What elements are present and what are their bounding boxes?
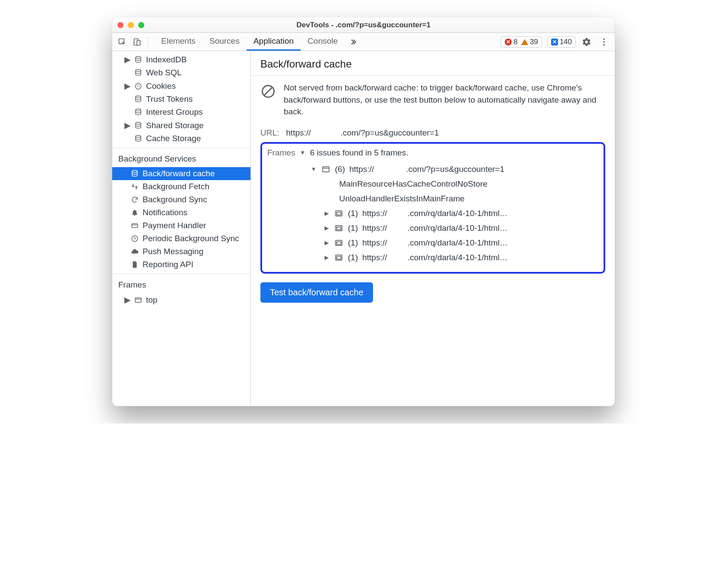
sidebar-item-periodic-background-sync[interactable]: Periodic Background Sync (112, 232, 250, 245)
sidebar-item-back-forward-cache[interactable]: Back/forward cache (112, 167, 250, 180)
chevron-right-icon: ▶ (124, 295, 130, 305)
database-icon (134, 135, 143, 142)
devtools-window: DevTools - .com/?p=us&guccounter=1 Eleme… (112, 17, 615, 406)
more-tabs-button[interactable] (345, 33, 361, 51)
url-value: https:// .com/?p=us&guccounter=1 (286, 128, 439, 138)
issues-counter[interactable]: ✕ 140 (547, 36, 576, 48)
bfcache-reason: UnloadHandlerExistsInMainFrame (267, 191, 598, 206)
database-icon (134, 69, 143, 77)
frames-summary-row[interactable]: Frames ▼ 6 issues found in 5 frames. (267, 148, 598, 158)
chevron-right-icon: ▶ (124, 120, 130, 130)
credit-card-icon (130, 222, 139, 229)
database-icon (134, 108, 143, 116)
warning-count[interactable]: 39 (521, 38, 538, 46)
device-toolbar-icon[interactable] (130, 36, 143, 48)
bfcache-reason: MainResourceHasCacheControlNoStore (267, 177, 598, 191)
svg-point-3 (603, 38, 605, 40)
top-frame-row[interactable]: ▼ (6) https:// .com/?p=us&guccounter=1 (267, 162, 598, 177)
child-frame-row[interactable]: ▶ (1) https:// .com/rq/darla/4-10-1/html… (267, 221, 598, 236)
svg-rect-25 (323, 167, 329, 172)
sidebar-item-reporting-api[interactable]: Reporting API (112, 258, 250, 271)
chevron-right-icon: ▶ (324, 210, 330, 216)
sidebar-item-trust-tokens[interactable]: Trust Tokens (112, 93, 250, 106)
top-frame-url: https:// .com/?p=us&guccounter=1 (349, 165, 504, 174)
console-counters[interactable]: ✕ 8 39 (501, 36, 542, 48)
chevron-right-icon: ▶ (124, 81, 130, 91)
tab-console[interactable]: Console (301, 33, 345, 51)
svg-point-11 (137, 86, 138, 87)
svg-point-16 (136, 136, 141, 138)
database-icon (134, 95, 143, 103)
url-label: URL: (260, 128, 279, 138)
main-split: ▶ IndexedDB Web SQL ▶ Cookies (112, 51, 615, 406)
chevron-right-icon: ▶ (124, 55, 130, 65)
sidebar-item-cache-storage[interactable]: Cache Storage (112, 132, 250, 145)
sidebar-item-notifications[interactable]: Notifications (112, 206, 250, 219)
more-options-button[interactable] (597, 36, 610, 48)
minimize-window-button[interactable] (128, 22, 134, 28)
clock-icon (130, 235, 139, 242)
svg-point-15 (136, 122, 141, 124)
sidebar-item-indexeddb[interactable]: ▶ IndexedDB (112, 53, 250, 66)
inspect-element-icon[interactable] (116, 36, 129, 48)
test-bfcache-button[interactable]: Test back/forward cache (260, 282, 373, 303)
sidebar-item-push-messaging[interactable]: Push Messaging (112, 245, 250, 258)
svg-line-24 (264, 87, 272, 95)
error-icon: ✕ (505, 39, 512, 45)
issues-icon: ✕ (551, 39, 558, 45)
separator (148, 37, 148, 47)
panel-heading: Back/forward cache (251, 51, 615, 76)
svg-rect-32 (337, 242, 341, 244)
sidebar-item-cookies[interactable]: ▶ Cookies (112, 79, 250, 93)
svg-point-10 (139, 84, 140, 85)
bell-icon (130, 209, 139, 216)
frames-tree-highlight: Frames ▼ 6 issues found in 5 frames. ▼ (… (260, 142, 605, 274)
panel-tabs: Elements Sources Application Console (154, 33, 361, 51)
cloud-icon (130, 248, 139, 255)
svg-rect-30 (337, 227, 341, 229)
sidebar-item-interest-groups[interactable]: Interest Groups (112, 106, 250, 119)
zoom-window-button[interactable] (138, 22, 144, 28)
sidebar-item-frame-top[interactable]: ▶ top (112, 293, 250, 307)
svg-rect-28 (337, 212, 341, 215)
frame-icon (134, 296, 143, 304)
child-frame-row[interactable]: ▶ (1) https:// .com/rq/darla/4-10-1/html… (267, 236, 598, 250)
tab-sources[interactable]: Sources (202, 33, 247, 51)
separator (112, 274, 250, 274)
chevron-right-icon: ▶ (324, 239, 330, 246)
window-title: DevTools - .com/?p=us&guccounter=1 (112, 21, 615, 29)
settings-button[interactable] (580, 36, 593, 48)
child-frame-row[interactable]: ▶ (1) https:// .com/rq/darla/4-10-1/html… (267, 206, 598, 221)
svg-rect-18 (132, 224, 138, 228)
chevron-right-icon: ▶ (324, 225, 330, 231)
child-frame-row[interactable]: ▶ (1) https:// .com/rq/darla/4-10-1/html… (267, 250, 598, 265)
bfcache-url-row: URL: https:// .com/?p=us&guccounter=1 (260, 128, 605, 138)
iframe-icon (334, 209, 344, 218)
chevron-down-icon: ▼ (311, 166, 317, 172)
iframe-icon (334, 224, 344, 233)
sidebar-item-background-fetch[interactable]: Background Fetch (112, 180, 250, 193)
error-count[interactable]: ✕ 8 (505, 38, 517, 46)
svg-rect-21 (135, 297, 141, 302)
sidebar-item-background-sync[interactable]: Background Sync (112, 193, 250, 206)
svg-point-13 (136, 96, 141, 98)
sidebar-item-payment-handler[interactable]: Payment Handler (112, 219, 250, 232)
close-window-button[interactable] (117, 22, 123, 28)
sidebar-item-shared-storage[interactable]: ▶ Shared Storage (112, 119, 250, 132)
sidebar-item-websql[interactable]: Web SQL (112, 66, 250, 79)
application-sidebar[interactable]: ▶ IndexedDB Web SQL ▶ Cookies (112, 51, 251, 406)
svg-point-5 (603, 44, 605, 45)
svg-point-17 (132, 171, 137, 173)
chevron-right-icon: ▶ (324, 254, 330, 261)
svg-point-6 (136, 56, 141, 58)
svg-point-12 (139, 86, 140, 87)
chevron-down-icon: ▼ (299, 149, 305, 156)
separator (112, 148, 250, 148)
titlebar: DevTools - .com/?p=us&guccounter=1 (112, 17, 615, 33)
devtools-toolbar: Elements Sources Application Console ✕ 8… (112, 33, 615, 51)
frames-summary: 6 issues found in 5 frames. (310, 148, 408, 158)
database-icon (134, 56, 143, 64)
tab-application[interactable]: Application (247, 33, 301, 51)
cookie-icon (134, 82, 143, 90)
tab-elements[interactable]: Elements (154, 33, 202, 51)
